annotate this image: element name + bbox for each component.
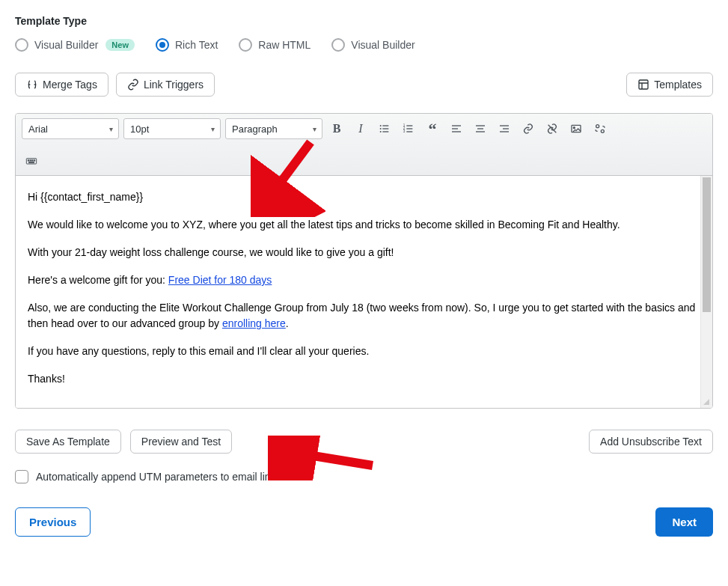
link-triggers-label: Link Triggers [144, 79, 204, 91]
editor-toolbar: Arial 10pt Paragraph B I 123 “ [16, 114, 712, 176]
save-as-template-label: Save As Template [26, 436, 110, 448]
svg-point-2 [380, 128, 382, 129]
radio-icon [331, 38, 345, 52]
svg-point-23 [573, 127, 575, 129]
svg-rect-4 [382, 125, 388, 126]
svg-point-1 [380, 125, 382, 126]
merge-tags-icon [26, 79, 38, 91]
add-unsubscribe-button[interactable]: Add Unsubscribe Text [589, 430, 713, 454]
svg-rect-30 [34, 160, 34, 161]
unlink-button[interactable] [542, 119, 562, 138]
scrollbar[interactable] [700, 176, 712, 408]
align-center-button[interactable] [471, 119, 490, 138]
block-format-select[interactable]: Paragraph [225, 118, 322, 139]
numbered-list-button[interactable]: 123 [399, 119, 418, 138]
svg-rect-12 [406, 131, 412, 132]
svg-rect-11 [406, 128, 412, 129]
align-left-button[interactable] [447, 119, 466, 138]
svg-rect-6 [382, 131, 388, 132]
svg-rect-28 [30, 160, 31, 161]
previous-button[interactable]: Previous [15, 507, 91, 537]
font-size-select[interactable]: 10pt [123, 118, 221, 139]
blockquote-button[interactable]: “ [423, 119, 442, 138]
svg-rect-10 [406, 125, 412, 126]
svg-rect-13 [452, 125, 461, 126]
radio-label: Rich Text [175, 39, 218, 51]
svg-point-25 [601, 129, 604, 132]
editor-wrap: Arial 10pt Paragraph B I 123 “ [15, 113, 713, 409]
free-diet-link[interactable]: Free Diet for 180 days [168, 274, 272, 286]
merge-tags-button[interactable]: Merge Tags [15, 73, 108, 97]
radio-visual-builder-new[interactable]: Visual Builder New [15, 38, 135, 52]
add-unsubscribe-label: Add Unsubscribe Text [600, 436, 702, 448]
preview-test-button[interactable]: Preview and Test [130, 430, 232, 454]
bold-button[interactable]: B [327, 119, 346, 138]
utm-checkbox-label: Automatically append UTM parameters to e… [36, 471, 281, 483]
radio-icon [15, 38, 28, 52]
new-badge: New [105, 39, 135, 51]
svg-rect-21 [500, 131, 509, 132]
templates-icon [637, 79, 649, 91]
font-family-select[interactable]: Arial [22, 118, 119, 139]
svg-rect-14 [452, 128, 458, 129]
link-icon [127, 79, 139, 91]
svg-rect-27 [28, 160, 28, 161]
radio-rich-text[interactable]: Rich Text [156, 38, 218, 52]
align-right-button[interactable] [495, 119, 514, 138]
svg-rect-31 [29, 162, 34, 162]
keyboard-button[interactable] [22, 151, 41, 171]
editor-body: Hi {{contact_first_name}} We would like … [16, 176, 712, 408]
template-type-radio-group: Visual Builder New Rich Text Raw HTML Vi… [15, 38, 713, 52]
preview-test-label: Preview and Test [141, 436, 221, 448]
templates-button[interactable]: Templates [626, 73, 713, 97]
enrolling-here-link[interactable]: enrolling here [222, 317, 286, 329]
resize-handle[interactable] [702, 397, 711, 406]
svg-rect-15 [452, 131, 461, 132]
section-title-template-type: Template Type [15, 15, 713, 27]
next-label: Next [672, 516, 697, 528]
next-button[interactable]: Next [655, 507, 713, 537]
bullet-list-button[interactable] [375, 119, 394, 138]
svg-rect-19 [500, 125, 509, 126]
editor-line: Thanks! [28, 371, 696, 387]
svg-rect-5 [382, 128, 388, 129]
text-span: . [286, 317, 289, 329]
link-button[interactable] [519, 119, 538, 138]
editor-line: We would like to welcome you to XYZ, whe… [28, 217, 696, 233]
italic-button[interactable]: I [351, 119, 370, 138]
text-span: Also, we are conducting the Elite Workou… [28, 302, 695, 329]
svg-point-3 [380, 131, 382, 132]
svg-rect-20 [503, 128, 509, 129]
svg-rect-16 [476, 125, 485, 126]
svg-rect-17 [477, 128, 483, 129]
image-button[interactable] [566, 119, 586, 138]
editor-line: Hi {{contact_first_name}} [28, 189, 696, 205]
editor-content[interactable]: Hi {{contact_first_name}} We would like … [16, 176, 712, 393]
editor-line: Here's a welcome gift for you: Free Diet… [28, 272, 696, 288]
previous-label: Previous [29, 516, 76, 528]
merge-tags-label: Merge Tags [43, 79, 97, 91]
templates-label: Templates [654, 79, 702, 91]
radio-icon [239, 38, 252, 52]
radio-raw-html[interactable]: Raw HTML [239, 38, 311, 52]
svg-rect-18 [476, 131, 485, 132]
radio-label: Visual Builder [34, 39, 98, 51]
scroll-thumb[interactable] [703, 177, 711, 312]
editor-line: If you have any questions, reply to this… [28, 344, 696, 359]
svg-line-33 [290, 452, 373, 466]
radio-label: Visual Builder [351, 39, 415, 51]
utm-checkbox[interactable] [15, 470, 28, 483]
link-triggers-button[interactable]: Link Triggers [116, 73, 215, 97]
svg-rect-0 [639, 80, 648, 89]
save-as-template-button[interactable]: Save As Template [15, 430, 121, 454]
svg-text:3: 3 [403, 129, 406, 133]
text-span: Here's a welcome gift for you: [28, 274, 168, 286]
svg-rect-29 [32, 160, 33, 161]
source-code-button[interactable] [590, 119, 610, 138]
editor-line: Also, we are conducting the Elite Workou… [28, 300, 696, 332]
radio-icon [156, 38, 169, 52]
radio-visual-builder[interactable]: Visual Builder [331, 38, 415, 52]
svg-point-24 [596, 125, 599, 128]
editor-line: With your 21-day weight loss challenge c… [28, 245, 696, 260]
radio-label: Raw HTML [258, 39, 311, 51]
